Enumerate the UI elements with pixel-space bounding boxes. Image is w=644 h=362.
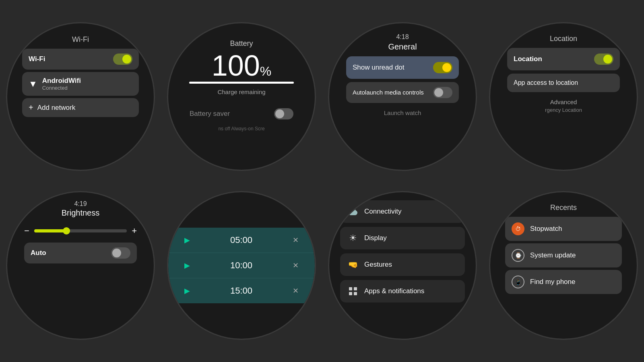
recents-sysupdate[interactable]: ⌚ System update	[505, 243, 622, 267]
wifi-network-row[interactable]: ▼ AndroidWifi Connected	[22, 72, 139, 96]
auto-label: Auto	[31, 249, 46, 257]
location-screen: Location Location App access to location…	[489, 22, 638, 171]
wifi-title: Wi-Fi	[72, 35, 89, 44]
timer-play-3[interactable]: ▶	[184, 286, 190, 295]
launch-watch-row: Launch watch	[346, 106, 459, 119]
add-network-icon: +	[29, 103, 33, 112]
location-knob	[603, 55, 612, 64]
settings-apps[interactable]: Apps & notifications	[340, 280, 465, 302]
advanced-label: Advanced	[545, 99, 582, 105]
wifi-signal-icon: ▼	[29, 79, 37, 89]
autolaunch-row[interactable]: Autolaunch media controls	[346, 82, 459, 103]
wifi-network-name: AndroidWifi	[42, 77, 81, 85]
findphone-icon: 📱	[512, 276, 524, 288]
battery-saver-label: Battery saver	[190, 110, 230, 118]
recents-findphone[interactable]: 📱 Find my phone	[505, 270, 622, 294]
show-unread-label: Show unread dot	[353, 64, 405, 72]
recents-stopwatch-label: Stopwatch	[530, 225, 562, 233]
settings-display[interactable]: ☀ Display	[340, 227, 465, 249]
battery-percent: 100%	[212, 51, 272, 80]
svg-rect-1	[354, 287, 357, 290]
location-screen-title: Location	[550, 35, 577, 43]
gesture-icon: 🤜	[347, 259, 359, 270]
timer-time-1: 05:00	[230, 235, 252, 245]
location-toggle-row[interactable]: Location	[507, 48, 620, 70]
timer-item-2[interactable]: ▶ 10:00 ✕	[168, 253, 315, 278]
autolaunch-toggle[interactable]	[433, 87, 452, 98]
charge-bar-bg	[189, 82, 294, 84]
auto-brightness-row[interactable]: Auto	[24, 243, 137, 263]
settings-connectivity[interactable]: Connectivity	[340, 200, 465, 223]
timer-close-3[interactable]: ✕	[293, 286, 299, 295]
svg-rect-3	[354, 292, 357, 295]
auto-knob	[112, 249, 121, 257]
brightness-slider-row: − +	[24, 226, 137, 236]
brightness-slider-thumb	[63, 227, 70, 234]
brightness-slider-track[interactable]	[34, 229, 127, 232]
recents-findphone-label: Find my phone	[530, 278, 575, 286]
advanced-section: Advanced rgency Location	[545, 99, 582, 113]
wifi-network-info: AndroidWifi Connected	[42, 77, 81, 91]
app-access-label: App access to location	[514, 79, 613, 86]
add-network-label: Add network	[37, 104, 76, 112]
battery-saver-toggle[interactable]	[274, 108, 293, 119]
autolaunch-knob	[434, 88, 443, 97]
settings-apps-label: Apps & notifications	[364, 287, 424, 295]
timer-close-2[interactable]: ✕	[293, 261, 299, 270]
add-network-row[interactable]: + Add network	[22, 98, 139, 117]
brightness-screen: 4:19 Brightness − + Auto	[6, 191, 155, 340]
timer-item-3[interactable]: ▶ 15:00 ✕	[168, 278, 315, 303]
timer-item-1[interactable]: ▶ 05:00 ✕	[168, 228, 315, 253]
settings-gestures-label: Gestures	[364, 261, 392, 269]
settings-gestures[interactable]: 🤜 Gestures	[340, 253, 465, 276]
timer-play-1[interactable]: ▶	[184, 236, 190, 245]
charge-bar-fill	[189, 82, 294, 84]
wifi-toggle-row[interactable]: Wi-Fi	[22, 49, 139, 70]
svg-rect-0	[349, 287, 352, 290]
recents-screen: Recents ⏱ Stopwatch ⌚ System update 📱 Fi…	[489, 191, 638, 340]
show-unread-row[interactable]: Show unread dot	[346, 56, 459, 79]
location-toggle[interactable]	[594, 53, 613, 65]
launch-watch-label: Launch watch	[384, 109, 421, 116]
recents-stopwatch[interactable]: ⏱ Stopwatch	[505, 217, 622, 241]
timer-time-2: 10:00	[230, 260, 252, 271]
auto-toggle[interactable]	[111, 247, 130, 259]
stopwatch-icon: ⏱	[512, 222, 524, 235]
timer-time-3: 15:00	[230, 286, 252, 296]
wifi-network-status: Connected	[42, 85, 81, 91]
timer-close-1[interactable]: ✕	[293, 236, 299, 245]
charge-bar-container	[189, 82, 294, 86]
brightness-time: 4:19	[74, 200, 87, 208]
settings-connectivity-label: Connectivity	[364, 208, 402, 216]
battery-saver-row[interactable]: Battery saver	[183, 103, 300, 124]
cloud-icon	[347, 206, 359, 217]
timer-play-2[interactable]: ▶	[184, 261, 190, 270]
app-access-row[interactable]: App access to location	[507, 74, 620, 92]
brightness-title: Brightness	[62, 208, 100, 218]
recents-title: Recents	[550, 204, 577, 212]
show-unread-knob	[442, 63, 451, 72]
emergency-label: rgency Location	[545, 107, 582, 113]
apps-icon	[347, 286, 359, 297]
battery-title: Battery	[230, 39, 253, 48]
brightness-minus-button[interactable]: −	[24, 226, 29, 236]
wifi-toggle[interactable]	[113, 53, 132, 65]
settings-display-label: Display	[364, 234, 387, 242]
wifi-screen: Wi-Fi Wi-Fi ▼ AndroidWifi Connected + Ad…	[6, 22, 155, 171]
general-title: General	[388, 42, 417, 51]
charge-label: Charge remaining	[217, 88, 265, 95]
autolaunch-label: Autolaunch media controls	[353, 88, 424, 97]
show-unread-toggle[interactable]	[433, 62, 452, 73]
wifi-toggle-knob	[122, 55, 131, 64]
brightness-plus-button[interactable]: +	[132, 226, 137, 236]
wifi-toggle-label: Wi-Fi	[29, 55, 45, 63]
location-label: Location	[514, 55, 542, 63]
recents-sysupdate-label: System update	[530, 251, 576, 259]
general-time: 4:18	[396, 33, 409, 41]
always-on-text: ns off Always-on Scre	[218, 126, 264, 132]
battery-screen: Battery 100% Charge remaining Battery sa…	[167, 22, 316, 171]
brightness-slider-fill	[34, 229, 67, 232]
sun-icon: ☀	[347, 232, 359, 244]
svg-rect-2	[349, 292, 352, 295]
timer-screen: ▶ 05:00 ✕ ▶ 10:00 ✕ ▶ 15:00 ✕	[167, 191, 316, 340]
